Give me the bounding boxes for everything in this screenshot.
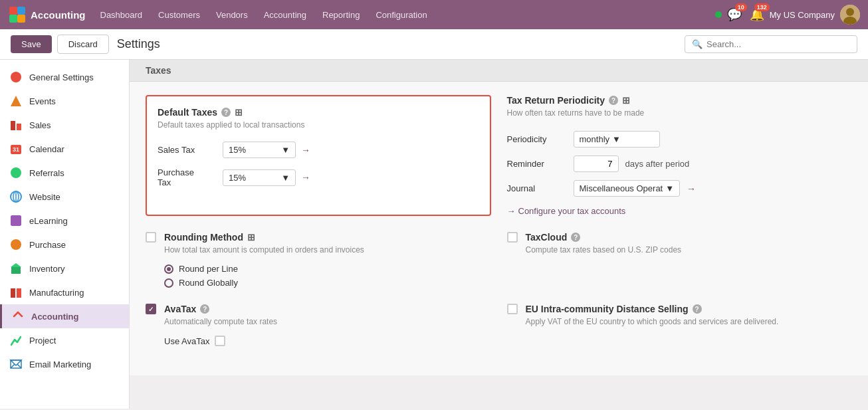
sidebar-label-events: Events [29, 96, 56, 106]
round-per-line-label: Round per Line [179, 264, 238, 274]
reminder-row: Reminder days after period [507, 152, 853, 176]
sidebar-label-general: General Settings [29, 72, 94, 82]
sidebar-item-events[interactable]: Events [0, 89, 129, 113]
page-title: Settings [117, 37, 160, 51]
sidebar-label-elearning: eLearning [29, 216, 68, 226]
elearning-icon [9, 214, 23, 227]
taxcloud-title: TaxCloud ? [526, 232, 581, 243]
save-button[interactable]: Save [11, 35, 52, 53]
taxcloud-title-text: TaxCloud [526, 232, 568, 243]
notifications-button[interactable]: 🔔 132 [750, 7, 764, 22]
configure-tax-link[interactable]: → Configure your tax accounts [507, 206, 626, 216]
tax-return-help-icon[interactable]: ? [609, 96, 618, 105]
sidebar-item-project[interactable]: Project [0, 328, 129, 352]
svg-rect-2 [9, 15, 17, 23]
periodicity-value: monthly [580, 134, 610, 144]
journal-row: Journal Miscellaneous Operat ▼ → [507, 176, 853, 201]
company-name[interactable]: My US Company [770, 10, 835, 20]
rounding-checkbox[interactable] [146, 232, 156, 243]
sidebar-label-calendar: Calendar [29, 144, 64, 154]
messages-button[interactable]: 💬 10 [727, 7, 742, 22]
default-taxes-card: Default Taxes ? ⊞ Default taxes applied … [146, 95, 491, 216]
journal-select[interactable]: Miscellaneous Operat ▼ [574, 180, 681, 197]
sidebar-item-purchase[interactable]: Purchase [0, 233, 129, 256]
reminder-input[interactable] [574, 155, 619, 172]
reminder-value-input[interactable] [580, 159, 613, 169]
periodicity-select[interactable]: monthly ▼ [574, 131, 660, 148]
search-input[interactable] [706, 39, 850, 49]
journal-link[interactable]: → [687, 183, 696, 194]
app-name: Accounting [31, 9, 86, 21]
sidebar-item-general[interactable]: General Settings [0, 65, 129, 89]
nav-customers[interactable]: Customers [152, 7, 207, 23]
sidebar-item-inventory[interactable]: Inventory [0, 256, 129, 280]
purchase-tax-link[interactable]: → [301, 172, 310, 183]
discard-button[interactable]: Discard [57, 35, 109, 54]
rounding-title-text: Rounding Method [164, 232, 243, 243]
purchase-tax-select[interactable]: 15% ▼ [223, 169, 296, 186]
sidebar-item-manufacturing[interactable]: Manufacturing [0, 280, 129, 304]
svg-rect-10 [17, 124, 21, 130]
round-per-line-option[interactable]: Round per Line [164, 264, 364, 274]
section-header: Taxes [130, 60, 868, 82]
sidebar-item-email[interactable]: Email Marketing [0, 352, 129, 376]
toolbar: Save Discard Settings 🔍 [0, 29, 868, 60]
avatax-help-icon[interactable]: ? [200, 304, 209, 314]
tax-return-field-icon[interactable]: ⊞ [622, 95, 630, 106]
eu-distance-help-icon[interactable]: ? [693, 304, 702, 314]
svg-marker-27 [11, 364, 15, 368]
rounding-title: Rounding Method ⊞ [164, 232, 255, 243]
eu-distance-checkbox[interactable] [507, 304, 518, 314]
taxcloud-checkbox[interactable] [507, 232, 518, 243]
sidebar-label-referrals: Referrals [29, 168, 64, 178]
content: Taxes Default Taxes ? ⊞ Default taxes ap… [130, 60, 868, 375]
sidebar-item-elearning[interactable]: eLearning [0, 209, 129, 233]
journal-dropdown-icon: ▼ [665, 183, 674, 193]
general-icon [9, 70, 23, 84]
sidebar-label-purchase: Purchase [29, 240, 66, 250]
sidebar-item-calendar[interactable]: 31 Calendar [0, 137, 129, 161]
round-globally-radio[interactable] [164, 278, 173, 288]
nav-accounting[interactable]: Accounting [257, 7, 313, 23]
email-icon [9, 358, 23, 371]
nav-reporting[interactable]: Reporting [316, 7, 366, 23]
nav-vendors[interactable]: Vendors [209, 7, 255, 23]
periodicity-row: Periodicity monthly ▼ [507, 127, 853, 152]
sidebar-item-sales[interactable]: Sales [0, 113, 129, 137]
round-per-line-radio[interactable] [164, 264, 173, 274]
avatax-row: AvaTax ? Automatically compute tax rates… [146, 304, 852, 346]
sales-tax-link[interactable]: → [301, 145, 310, 155]
toolbar-search[interactable]: 🔍 [685, 35, 857, 53]
nav-dashboard[interactable]: Dashboard [94, 7, 150, 23]
use-avatax-checkbox[interactable] [215, 336, 225, 346]
avatax-title-text: AvaTax [164, 304, 196, 314]
svg-rect-9 [11, 121, 15, 130]
purchase-tax-dropdown-icon: ▼ [281, 173, 290, 183]
app-logo[interactable]: Accounting [8, 5, 86, 24]
sales-tax-select[interactable]: 15% ▼ [223, 142, 296, 158]
sidebar-label-email: Email Marketing [29, 359, 91, 369]
default-taxes-field-icon[interactable]: ⊞ [235, 107, 243, 118]
avatax-checkbox[interactable] [146, 304, 156, 314]
sidebar-item-website[interactable]: Website [0, 185, 129, 209]
round-globally-option[interactable]: Round Globally [164, 278, 364, 288]
nav-configuration[interactable]: Configuration [369, 7, 433, 23]
tax-return-card: Tax Return Periodicity ? ⊞ How often tax… [507, 95, 853, 216]
accounting-icon [11, 310, 25, 323]
purchase-tax-value: 15% [229, 173, 246, 183]
sidebar-item-accounting[interactable]: Accounting [0, 304, 129, 328]
avatar[interactable] [840, 5, 860, 25]
svg-line-24 [18, 312, 22, 316]
rounding-field-icon[interactable]: ⊞ [247, 232, 255, 243]
eu-distance-card: EU Intra-community Distance Selling ? Ap… [507, 304, 853, 346]
svg-rect-19 [11, 267, 21, 274]
purchase-tax-label: PurchaseTax [158, 167, 217, 187]
notifications-badge: 132 [754, 3, 770, 11]
svg-point-13 [11, 167, 21, 178]
tax-return-title: Tax Return Periodicity ? ⊞ [507, 95, 853, 106]
taxcloud-help-icon[interactable]: ? [571, 233, 580, 242]
default-taxes-help-icon[interactable]: ? [221, 108, 231, 117]
avatax-card: AvaTax ? Automatically compute tax rates… [146, 304, 491, 346]
svg-rect-1 [17, 7, 25, 15]
sidebar-item-referrals[interactable]: Referrals [0, 161, 129, 185]
